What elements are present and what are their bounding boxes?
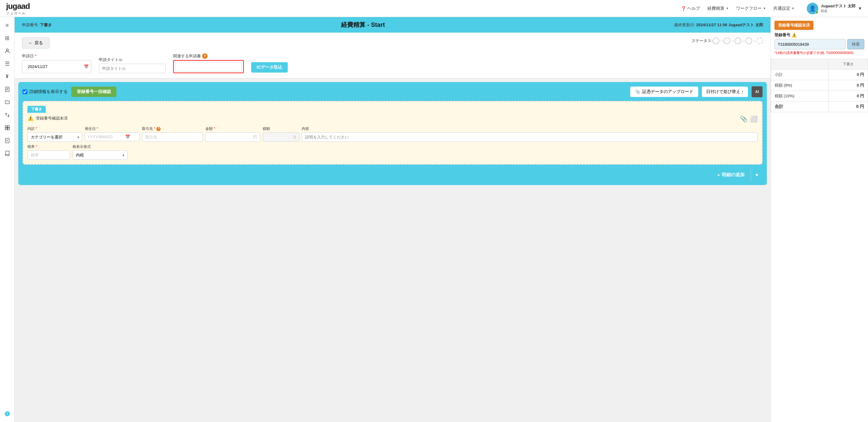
sidebar-item-book[interactable] xyxy=(2,148,13,159)
form-row: 申請日 * 📅 申請タイトル 関連する申請書 ? xyxy=(22,53,763,73)
sort-label: 日付けで並び替え xyxy=(706,89,740,94)
sidebar-item-document[interactable] xyxy=(2,84,13,95)
tax10-value: 0 円 xyxy=(828,91,868,101)
request-date-label: 申請日 * xyxy=(22,53,91,59)
user-role: 部長 xyxy=(821,9,856,13)
request-title-input[interactable] xyxy=(99,64,166,73)
subtotal-value: 0 円 xyxy=(828,69,868,80)
related-doc-help-icon[interactable]: ? xyxy=(202,53,208,59)
last-update-value: 2024/11/27 11:56 Jugaadテスト 太郎 xyxy=(696,23,763,27)
expense-arrow-icon: ▼ xyxy=(726,7,729,10)
svg-rect-7 xyxy=(5,128,7,130)
logo-sub: ジュガール xyxy=(6,11,26,16)
copy-icon[interactable]: ⬜ xyxy=(750,115,758,123)
logo[interactable]: jugaad ジュガール xyxy=(6,2,30,16)
request-title-group: 申請タイトル xyxy=(99,57,166,73)
ic-data-button[interactable]: ICデータ取込 xyxy=(251,62,288,72)
hasseibi-input[interactable] xyxy=(88,134,124,139)
torihikisaki-input[interactable] xyxy=(142,132,203,142)
upload-button[interactable]: 📎 証憑データのアップロード xyxy=(630,87,698,97)
last-update: 最終更新日: 2024/11/27 11:56 Jugaadテスト 太郎 xyxy=(674,22,763,28)
naiyou-field: 内訳 * カテゴリーを選択 xyxy=(27,126,82,142)
header-banner: 申請番号: 下書き 経費精算 - Start 最終更新日: 2024/11/27… xyxy=(14,17,771,33)
sidebar-item-menu[interactable]: ≡ xyxy=(2,20,13,31)
torihikisaki-field: 取引先 * ? xyxy=(142,126,203,142)
status-arrow-1: → xyxy=(719,38,723,43)
sidebar: ≡ ⊞ ☰ ¥ xyxy=(0,17,14,422)
status-circle-3 xyxy=(735,37,741,44)
sidebar-item-grid2[interactable] xyxy=(2,122,13,133)
svg-rect-6 xyxy=(7,126,9,127)
attach-icon[interactable]: 📎 xyxy=(740,115,748,123)
sort-arrow-icon: ↑ xyxy=(742,89,744,94)
reg-no-input[interactable] xyxy=(774,39,845,50)
workflow-arrow-icon: ▼ xyxy=(763,7,766,10)
workflow-nav-item[interactable]: ワークフロー ▼ xyxy=(736,6,766,11)
page-title: 経費精算 - Start xyxy=(341,21,384,29)
zeiritsu-input[interactable] xyxy=(27,150,70,160)
status-circle-1 xyxy=(713,37,719,44)
sidebar-item-page[interactable] xyxy=(2,135,13,146)
torihikisaki-help-icon[interactable]: ? xyxy=(156,127,161,131)
help-nav-item[interactable]: ❓ ヘルプ xyxy=(681,6,700,11)
back-button[interactable]: ← 戻る xyxy=(22,37,50,49)
kingaku-input[interactable] xyxy=(206,132,260,142)
user-info: Jugaadテスト 太郎 部長 xyxy=(821,3,856,13)
date-input-wrapper[interactable]: 📅 xyxy=(22,60,91,73)
add-row-dropdown-button[interactable]: ▼ xyxy=(751,169,763,181)
naiyou2-label: 内容 xyxy=(302,126,758,131)
svg-rect-9 xyxy=(5,139,9,143)
status-arrow-4: → xyxy=(752,38,756,43)
common-settings-nav-item[interactable]: 共通設定 ▼ xyxy=(773,6,795,11)
sidebar-item-folder[interactable] xyxy=(2,96,13,108)
sidebar-item-settings[interactable]: i xyxy=(2,408,13,420)
kingaku-label: 金額 * xyxy=(206,126,260,131)
form-grid-row1: 内訳 * カテゴリーを選択 発生日 * xyxy=(27,126,758,142)
calendar-icon[interactable]: 📅 xyxy=(84,64,89,69)
upload-label: 証憑データのアップロード xyxy=(642,89,693,94)
svg-rect-5 xyxy=(5,126,7,127)
ai-button[interactable]: AI xyxy=(751,86,763,97)
request-date-input[interactable] xyxy=(25,62,82,71)
expense-nav-item[interactable]: 経費精算 ▼ xyxy=(707,6,729,11)
naiyou-select[interactable]: カテゴリーを選択 xyxy=(27,132,82,142)
top-navigation: jugaad ジュガール ❓ ヘルプ 経費精算 ▼ ワークフロー ▼ 共通設定 … xyxy=(0,0,868,17)
sidebar-item-list[interactable]: ☰ xyxy=(2,58,13,69)
add-row-button[interactable]: + 明細の追加 xyxy=(711,169,751,181)
hasseibi-input-wrapper[interactable]: 📅 xyxy=(85,132,140,141)
sidebar-item-user[interactable] xyxy=(2,45,13,57)
zei-display-field: 税表示形式 内税 xyxy=(72,144,127,160)
main-content: 申請番号: 下書き 経費精算 - Start 最終更新日: 2024/11/27… xyxy=(14,17,771,422)
status-arrow-2: → xyxy=(730,38,735,43)
naiyou2-input[interactable] xyxy=(302,132,758,142)
show-detail-checkbox-label[interactable]: 詳細情報を表示する xyxy=(23,89,68,94)
help-question-icon: ❓ xyxy=(681,6,686,11)
required-mark: * xyxy=(35,54,37,58)
reg-warning-text: 登録番号確認未済 xyxy=(36,116,68,121)
help-label: ヘルプ xyxy=(687,6,700,11)
related-doc-input[interactable] xyxy=(175,62,242,71)
zegaku-field: 税額 xyxy=(263,126,299,142)
request-no-label: 申請番号: xyxy=(22,23,39,27)
hasseibi-label: 発生日 * xyxy=(85,126,140,131)
show-detail-checkbox[interactable] xyxy=(23,89,27,94)
zei-display-select[interactable]: 内税 xyxy=(72,150,127,160)
user-dropdown-arrow-icon: ▼ xyxy=(858,6,862,11)
sidebar-item-grid[interactable]: ⊞ xyxy=(2,32,13,44)
search-button[interactable]: 検索 xyxy=(847,39,864,50)
zei-display-select-wrapper[interactable]: 内税 xyxy=(72,150,127,160)
sort-button[interactable]: 日付けで並び替え ↑ xyxy=(702,87,748,97)
tax8-value: 0 円 xyxy=(828,80,868,91)
sidebar-item-yen[interactable]: ¥ xyxy=(2,71,13,82)
naiyou-select-wrapper[interactable]: カテゴリーを選択 xyxy=(27,132,82,142)
zegaku-input xyxy=(263,132,299,142)
back-arrow-icon: ← xyxy=(28,40,33,46)
sidebar-item-transfer[interactable] xyxy=(2,109,13,121)
user-area[interactable]: 👤 Jugaadテスト 太郎 部長 ▼ xyxy=(807,3,862,14)
reg-confirm-button[interactable]: 登録番号一括確認 xyxy=(71,87,117,97)
calendar-icon-2[interactable]: 📅 xyxy=(125,134,130,139)
right-panel: 登録番号確認未済 登録番号 ⚠️ 検索 *14桁の請求書番号が必要です(例. T… xyxy=(771,17,868,422)
form-grid-row2: 税率 * 税表示形式 内税 xyxy=(27,144,758,160)
form-section: ← 戻る ステータス: → → → → xyxy=(14,33,771,78)
summary-table: 下書き 小計 0 円 税額 (8%) 0 円 税額 (10%) 0 円 合計 xyxy=(771,59,868,112)
